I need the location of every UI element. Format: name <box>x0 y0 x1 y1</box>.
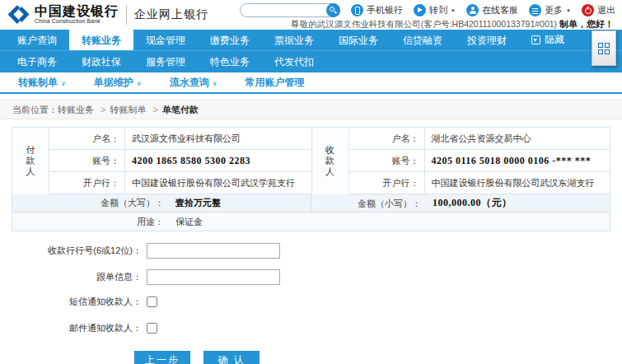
tab-ecommerce[interactable]: 电子商务 <box>5 51 69 72</box>
greeting-bold-text: 制单，您好！ <box>559 19 614 29</box>
payee-account-label: 账号： <box>349 150 425 172</box>
amount-figures-value: 100,000.00（元） <box>426 196 610 210</box>
doc-info-input[interactable] <box>147 269 280 285</box>
header: 中国建设银行 China Construction Bank 企业网上银行 手机… <box>0 0 622 30</box>
payee-bank-value: 中国建设银行股份有限公司武汉东湖支行 <box>425 172 610 194</box>
nav-grid-button[interactable] <box>592 30 616 66</box>
hide-label: 隐藏 <box>545 33 564 47</box>
previous-step-button[interactable]: 上一步 <box>134 351 190 364</box>
payee-name-label: 户名： <box>349 128 425 150</box>
purpose-value: 保证金 <box>169 216 610 228</box>
payee-group-label: 收款人 <box>325 145 335 177</box>
tab-service-management[interactable]: 服务管理 <box>133 51 198 72</box>
tab-special-services[interactable]: 特色业务 <box>198 51 262 72</box>
submenu-flow-query[interactable]: 流水查询 <box>170 76 217 90</box>
tab-cash-management[interactable]: 现金管理 <box>133 30 198 50</box>
sms-notify-checkbox[interactable] <box>147 296 157 307</box>
nav-row-2: 电子商务 财政社保 服务管理 特色业务 代发代扣 <box>0 51 622 72</box>
brand-text: 中国建设银行 China Construction Bank <box>35 5 119 25</box>
logout-link[interactable]: 退出 <box>582 4 615 16</box>
payee-account-value: 4205 0116 5018 0000 0106 -*** *** <box>425 150 610 172</box>
submenu-transfer-voucher[interactable]: 转账制单 <box>18 76 66 90</box>
search-icon <box>330 7 334 12</box>
amount-words-value: 壹拾万元整 <box>169 197 311 209</box>
payee-bank-label: 开户行： <box>349 172 425 194</box>
goto-icon <box>414 4 426 16</box>
email-notify-row: 邮件通知收款人： <box>0 322 622 334</box>
brand-divider <box>126 5 127 25</box>
brand-name-cn: 中国建设银行 <box>35 5 119 18</box>
tab-payment-services[interactable]: 缴费业务 <box>198 30 262 50</box>
goto-label: 转到 <box>429 4 447 16</box>
payee-section: 收款人 户名： 湖北省公共资源交易中心 账号： 4205 0116 5018 0… <box>311 128 610 194</box>
payer-section: 付款人 户名： 武汉源文伟业科技有限公司 账号： 4200 1865 8580 … <box>12 128 311 194</box>
mobile-banking-link[interactable]: 手机银行 <box>351 4 403 16</box>
submenu-common-accounts[interactable]: 常用账户管理 <box>246 76 305 90</box>
payer-name-value: 武汉源文伟业科技有限公司 <box>125 128 311 150</box>
purpose-row: 用途： 保证金 <box>12 212 610 231</box>
email-notify-checkbox[interactable] <box>147 323 157 334</box>
breadcrumb-separator: > <box>153 105 158 114</box>
submenu-label: 常用账户管理 <box>246 76 305 90</box>
tab-credit-financing[interactable]: 信贷融资 <box>391 30 455 50</box>
amount-figures-label: 金额（小写）： <box>311 194 426 212</box>
email-notify-label: 邮件通知收款人： <box>0 322 147 334</box>
customer-service-label: 在线客服 <box>482 4 518 16</box>
payee-group-cell: 收款人 <box>312 128 349 194</box>
header-toolbar: 手机银行 转到 在线客服 更多 退出 <box>240 3 615 17</box>
payer-group-label: 付款人 <box>26 145 35 177</box>
payer-account-label: 账号： <box>49 150 125 172</box>
tab-international[interactable]: 国际业务 <box>326 30 391 50</box>
user-greeting: 尊敬的武汉源文伟业科技有限公司(客户号:HB420111000133791#00… <box>291 18 614 30</box>
customer-service-icon <box>466 4 479 16</box>
breadcrumb-item: 转账业务 <box>58 105 94 114</box>
nav-row-1: 账户查询 转账业务 现金管理 缴费业务 票据业务 国际业务 信贷融资 投资理财 … <box>0 30 622 51</box>
tab-agency-services[interactable]: 代发代扣 <box>262 51 326 72</box>
form-actions: 上一步 确 认 <box>134 351 622 364</box>
goto-menu[interactable]: 转到 <box>414 4 456 16</box>
hide-icon <box>531 35 540 44</box>
search-box <box>240 3 340 17</box>
payee-name-value: 湖北省公共资源交易中心 <box>425 128 610 150</box>
amount-row: 金额（大写）： 壹拾万元整 金额（小写）： 100,000.00（元） <box>12 194 610 212</box>
sms-notify-label: 短信通知收款人： <box>0 296 147 308</box>
chevron-down-icon <box>137 77 142 88</box>
main-nav: 账户查询 转账业务 现金管理 缴费业务 票据业务 国际业务 信贷融资 投资理财 … <box>0 30 622 72</box>
submenu-document-maintain[interactable]: 单据维护 <box>94 76 142 90</box>
more-icon <box>529 4 541 16</box>
brand: 中国建设银行 China Construction Bank 企业网上银行 <box>8 4 208 26</box>
search-button[interactable] <box>326 3 340 17</box>
tab-bill-services[interactable]: 票据业务 <box>262 30 326 50</box>
breadcrumb-item: 转账制单 <box>110 105 147 114</box>
customer-service-link[interactable]: 在线客服 <box>466 4 518 16</box>
breadcrumb-separator: > <box>101 105 105 114</box>
chevron-down-icon <box>61 77 66 88</box>
payer-account-value: 4200 1865 8580 5300 2283 <box>125 150 311 172</box>
confirm-button[interactable]: 确 认 <box>203 351 260 364</box>
breadcrumb-current: 单笔付款 <box>162 105 199 114</box>
bank-code-row: 收款行行号(6或12位)： <box>0 243 622 259</box>
payment-detail-table: 付款人 户名： 武汉源文伟业科技有限公司 账号： 4200 1865 8580 … <box>12 127 610 231</box>
mobile-banking-label: 手机银行 <box>367 4 403 16</box>
payer-bank-value: 中国建设银行股份有限公司武汉学苑支行 <box>125 172 311 194</box>
more-label: 更多 <box>545 4 563 16</box>
more-menu[interactable]: 更多 <box>529 4 571 16</box>
payment-form: 收款行行号(6或12位)： 跟单信息： 短信通知收款人： 邮件通知收款人： 上一… <box>0 243 622 364</box>
submenu-label: 流水查询 <box>170 76 209 90</box>
submenu-label: 转账制单 <box>18 76 58 90</box>
ccb-logo-icon <box>8 4 30 26</box>
tab-investment[interactable]: 投资理财 <box>455 30 519 50</box>
payer-name-label: 户名： <box>49 128 125 150</box>
doc-info-row: 跟单信息： <box>0 269 622 285</box>
search-input[interactable] <box>247 5 323 16</box>
tab-account-query[interactable]: 账户查询 <box>5 30 69 50</box>
tab-transfer[interactable]: 转账业务 <box>69 30 133 50</box>
breadcrumb: 当前位置：转账业务 >转账制单 >单笔付款 <box>0 100 622 119</box>
logout-icon <box>582 4 594 16</box>
greeting-text: 尊敬的武汉源文伟业科技有限公司(客户号:HB420111000133791#00… <box>291 19 557 29</box>
tab-fiscal-social[interactable]: 财政社保 <box>69 51 133 72</box>
breadcrumb-prefix: 当前位置： <box>12 105 58 114</box>
bank-code-input[interactable] <box>147 243 280 259</box>
hide-nav-button[interactable]: 隐藏 <box>519 30 577 50</box>
submenu: 转账制单 单据维护 流水查询 常用账户管理 <box>0 72 622 94</box>
